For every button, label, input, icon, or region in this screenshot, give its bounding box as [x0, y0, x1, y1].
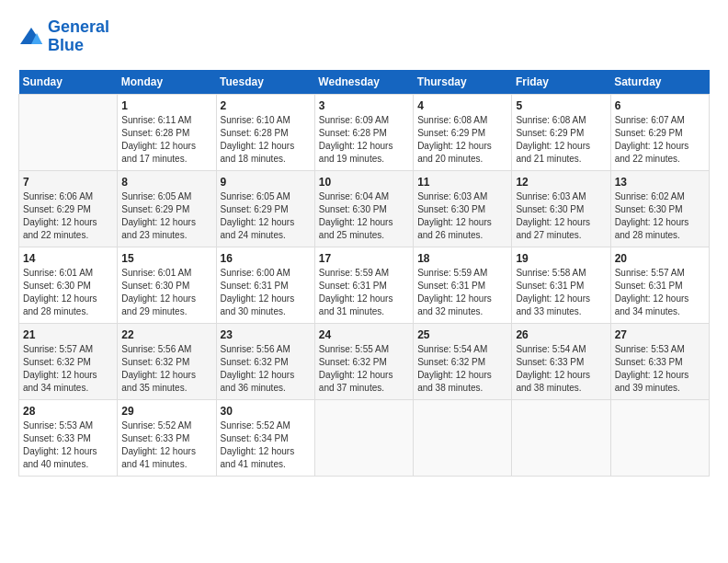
calendar-cell: 16Sunrise: 6:00 AM Sunset: 6:31 PM Dayli… — [216, 247, 314, 323]
day-number: 4 — [417, 99, 507, 112]
day-number: 3 — [319, 99, 409, 112]
week-row-5: 28Sunrise: 5:53 AM Sunset: 6:33 PM Dayli… — [19, 399, 710, 476]
day-info: Sunrise: 6:08 AM Sunset: 6:29 PM Dayligh… — [516, 114, 606, 166]
calendar-table: SundayMondayTuesdayWednesdayThursdayFrid… — [18, 70, 710, 477]
day-number: 12 — [516, 176, 606, 189]
day-number: 16 — [221, 252, 311, 265]
day-number: 5 — [516, 99, 606, 112]
calendar-cell: 26Sunrise: 5:54 AM Sunset: 6:33 PM Dayli… — [512, 323, 610, 399]
day-info: Sunrise: 5:59 AM Sunset: 6:31 PM Dayligh… — [319, 267, 409, 318]
day-info: Sunrise: 5:56 AM Sunset: 6:32 PM Dayligh… — [121, 343, 211, 395]
day-number: 24 — [319, 328, 409, 341]
calendar-cell: 9Sunrise: 6:05 AM Sunset: 6:29 PM Daylig… — [216, 170, 314, 247]
calendar-cell: 17Sunrise: 5:59 AM Sunset: 6:31 PM Dayli… — [314, 247, 413, 323]
calendar-cell: 23Sunrise: 5:56 AM Sunset: 6:32 PM Dayli… — [216, 323, 314, 399]
calendar-cell: 7Sunrise: 6:06 AM Sunset: 6:29 PM Daylig… — [19, 170, 118, 247]
day-info: Sunrise: 5:53 AM Sunset: 6:33 PM Dayligh… — [615, 343, 705, 395]
day-number: 25 — [417, 328, 507, 341]
day-info: Sunrise: 5:54 AM Sunset: 6:32 PM Dayligh… — [417, 343, 507, 395]
day-info: Sunrise: 6:07 AM Sunset: 6:29 PM Dayligh… — [615, 114, 705, 166]
day-info: Sunrise: 5:53 AM Sunset: 6:33 PM Dayligh… — [23, 419, 113, 471]
day-number: 22 — [121, 328, 211, 341]
day-info: Sunrise: 5:56 AM Sunset: 6:32 PM Dayligh… — [221, 343, 311, 395]
calendar-cell: 19Sunrise: 5:58 AM Sunset: 6:31 PM Dayli… — [512, 247, 610, 323]
day-number: 30 — [221, 405, 311, 418]
day-number: 27 — [615, 328, 705, 341]
day-number: 13 — [615, 176, 705, 189]
day-number: 23 — [221, 328, 311, 341]
day-info: Sunrise: 5:58 AM Sunset: 6:31 PM Dayligh… — [516, 267, 606, 318]
calendar-cell: 28Sunrise: 5:53 AM Sunset: 6:33 PM Dayli… — [19, 399, 118, 476]
day-info: Sunrise: 5:57 AM Sunset: 6:32 PM Dayligh… — [23, 343, 113, 395]
calendar-cell — [19, 94, 118, 170]
day-info: Sunrise: 5:57 AM Sunset: 6:31 PM Dayligh… — [615, 267, 705, 318]
col-header-friday: Friday — [512, 70, 610, 95]
col-header-monday: Monday — [118, 70, 216, 95]
calendar-cell: 12Sunrise: 6:03 AM Sunset: 6:30 PM Dayli… — [512, 170, 610, 247]
calendar-cell: 13Sunrise: 6:02 AM Sunset: 6:30 PM Dayli… — [610, 170, 709, 247]
day-number: 18 — [417, 252, 507, 265]
day-info: Sunrise: 6:04 AM Sunset: 6:30 PM Dayligh… — [319, 190, 409, 242]
calendar-cell: 21Sunrise: 5:57 AM Sunset: 6:32 PM Dayli… — [19, 323, 118, 399]
day-number: 7 — [23, 176, 113, 189]
calendar-cell: 1Sunrise: 6:11 AM Sunset: 6:28 PM Daylig… — [118, 94, 216, 170]
calendar-cell — [512, 399, 610, 476]
calendar-cell: 20Sunrise: 5:57 AM Sunset: 6:31 PM Dayli… — [610, 247, 709, 323]
day-number: 28 — [23, 405, 113, 418]
week-row-3: 14Sunrise: 6:01 AM Sunset: 6:30 PM Dayli… — [19, 247, 710, 323]
day-number: 8 — [121, 176, 211, 189]
logo-general: General — [48, 17, 109, 36]
week-row-4: 21Sunrise: 5:57 AM Sunset: 6:32 PM Dayli… — [19, 323, 710, 399]
day-number: 21 — [23, 328, 113, 341]
day-info: Sunrise: 5:52 AM Sunset: 6:33 PM Dayligh… — [121, 419, 211, 471]
calendar-cell: 3Sunrise: 6:09 AM Sunset: 6:28 PM Daylig… — [314, 94, 413, 170]
day-info: Sunrise: 6:05 AM Sunset: 6:29 PM Dayligh… — [121, 190, 211, 242]
day-info: Sunrise: 6:02 AM Sunset: 6:30 PM Dayligh… — [615, 190, 705, 242]
day-number: 9 — [221, 176, 311, 189]
calendar-cell — [414, 399, 512, 476]
logo-blue: Blue — [48, 37, 109, 55]
col-header-thursday: Thursday — [414, 70, 512, 95]
day-number: 10 — [319, 176, 409, 189]
week-row-2: 7Sunrise: 6:06 AM Sunset: 6:29 PM Daylig… — [19, 170, 710, 247]
day-info: Sunrise: 6:03 AM Sunset: 6:30 PM Dayligh… — [516, 190, 606, 242]
day-info: Sunrise: 6:08 AM Sunset: 6:29 PM Dayligh… — [417, 114, 507, 166]
day-info: Sunrise: 6:11 AM Sunset: 6:28 PM Dayligh… — [121, 114, 211, 166]
day-info: Sunrise: 6:03 AM Sunset: 6:30 PM Dayligh… — [417, 190, 507, 242]
day-info: Sunrise: 6:06 AM Sunset: 6:29 PM Dayligh… — [23, 190, 113, 242]
calendar-cell — [314, 399, 413, 476]
day-info: Sunrise: 6:01 AM Sunset: 6:30 PM Dayligh… — [121, 267, 211, 318]
calendar-cell: 15Sunrise: 6:01 AM Sunset: 6:30 PM Dayli… — [118, 247, 216, 323]
calendar-cell: 24Sunrise: 5:55 AM Sunset: 6:32 PM Dayli… — [314, 323, 413, 399]
calendar-cell: 10Sunrise: 6:04 AM Sunset: 6:30 PM Dayli… — [314, 170, 413, 247]
day-number: 11 — [417, 176, 507, 189]
day-info: Sunrise: 5:55 AM Sunset: 6:32 PM Dayligh… — [319, 343, 409, 395]
logo-icon — [18, 26, 44, 48]
col-header-sunday: Sunday — [19, 70, 118, 95]
day-info: Sunrise: 6:00 AM Sunset: 6:31 PM Dayligh… — [221, 267, 311, 318]
col-header-wednesday: Wednesday — [314, 70, 413, 95]
day-number: 19 — [516, 252, 606, 265]
calendar-cell: 8Sunrise: 6:05 AM Sunset: 6:29 PM Daylig… — [118, 170, 216, 247]
day-number: 6 — [615, 99, 705, 112]
day-info: Sunrise: 6:09 AM Sunset: 6:28 PM Dayligh… — [319, 114, 409, 166]
day-number: 26 — [516, 328, 606, 341]
calendar-cell: 6Sunrise: 6:07 AM Sunset: 6:29 PM Daylig… — [610, 94, 709, 170]
page-header: General Blue — [18, 18, 710, 55]
day-info: Sunrise: 6:01 AM Sunset: 6:30 PM Dayligh… — [23, 267, 113, 318]
day-number: 1 — [121, 99, 211, 112]
calendar-cell: 27Sunrise: 5:53 AM Sunset: 6:33 PM Dayli… — [610, 323, 709, 399]
day-info: Sunrise: 6:05 AM Sunset: 6:29 PM Dayligh… — [221, 190, 311, 242]
logo: General Blue — [18, 18, 109, 55]
calendar-cell: 25Sunrise: 5:54 AM Sunset: 6:32 PM Dayli… — [414, 323, 512, 399]
day-info: Sunrise: 6:10 AM Sunset: 6:28 PM Dayligh… — [221, 114, 311, 166]
day-number: 14 — [23, 252, 113, 265]
day-number: 15 — [121, 252, 211, 265]
day-number: 29 — [121, 405, 211, 418]
header-row: SundayMondayTuesdayWednesdayThursdayFrid… — [19, 70, 710, 95]
day-number: 17 — [319, 252, 409, 265]
calendar-cell: 22Sunrise: 5:56 AM Sunset: 6:32 PM Dayli… — [118, 323, 216, 399]
calendar-cell: 29Sunrise: 5:52 AM Sunset: 6:33 PM Dayli… — [118, 399, 216, 476]
calendar-cell — [610, 399, 709, 476]
calendar-cell: 4Sunrise: 6:08 AM Sunset: 6:29 PM Daylig… — [414, 94, 512, 170]
